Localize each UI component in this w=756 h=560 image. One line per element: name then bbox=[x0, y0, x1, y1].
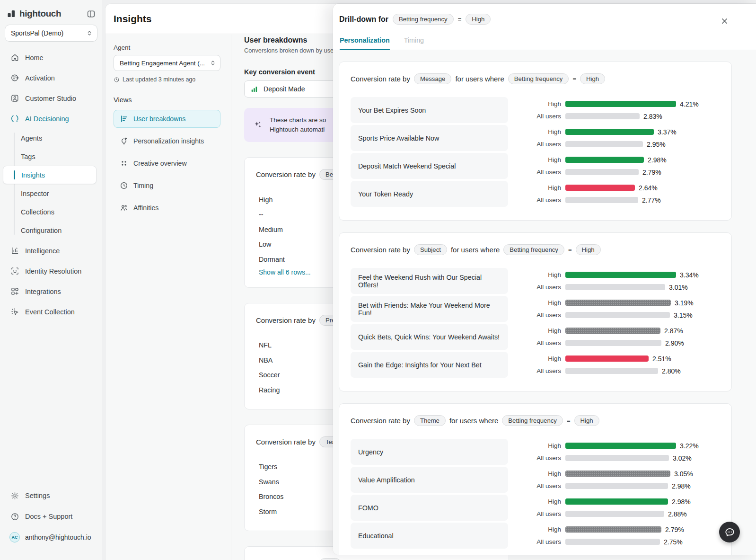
view-item-user-breakdowns[interactable]: User breakdowns bbox=[114, 110, 220, 128]
banner-text: These charts are so Hightouch automati bbox=[270, 116, 326, 134]
sidebar-item-label: AI Decisioning bbox=[25, 115, 69, 123]
sidebar-item-label: Docs + Support bbox=[25, 513, 72, 520]
sparkles-icon bbox=[253, 120, 263, 130]
drilldown-body: Conversion rate byMessagefor users where… bbox=[333, 50, 756, 555]
bar-line: All users2.75% bbox=[518, 538, 684, 546]
series-label: High bbox=[518, 470, 561, 477]
bar bbox=[565, 101, 676, 107]
row-label: FOMO bbox=[351, 495, 508, 521]
sidebar-item-agents[interactable]: Agents bbox=[0, 129, 102, 147]
card-header: Conversion rate bySubjectfor users where… bbox=[351, 244, 720, 255]
sidebar-item-intelligence[interactable]: Intelligence bbox=[0, 240, 102, 261]
series-label: All users bbox=[518, 454, 561, 462]
sidebar-item-customer-studio[interactable]: Customer Studio bbox=[0, 88, 102, 108]
table-row: Sports Price Available NowHigh3.37%All u… bbox=[351, 125, 720, 151]
bar bbox=[565, 328, 660, 334]
series-label: All users bbox=[518, 367, 561, 374]
sidebar-item-integrations[interactable]: Integrations bbox=[0, 281, 102, 302]
sidebar-item-configuration[interactable]: Configuration bbox=[0, 221, 102, 240]
row-label: Deposit Match Weekend Special bbox=[351, 153, 508, 179]
sidebar-item-tags[interactable]: Tags bbox=[0, 147, 102, 166]
sidebar-item-label: Event Collection bbox=[25, 308, 75, 316]
agent-select[interactable]: Betting Engagement Agent (... bbox=[114, 55, 220, 71]
view-item-personalization-insights[interactable]: Personalization insights bbox=[114, 132, 220, 150]
bar-line: All users2.79% bbox=[518, 169, 667, 176]
sidebar-item-home[interactable]: Home bbox=[0, 47, 102, 68]
series-label: High bbox=[518, 100, 561, 107]
sidebar-item-label: Integrations bbox=[25, 288, 61, 295]
row-label: Urgency bbox=[351, 439, 508, 465]
row-bars: High2.98%All users2.79% bbox=[518, 156, 667, 176]
sidebar-footer: SettingsDocs + Support AC anthony@highto… bbox=[0, 485, 102, 548]
bar bbox=[565, 483, 668, 489]
bar-value: 2.77% bbox=[642, 196, 661, 204]
series-label: High bbox=[518, 299, 561, 306]
row-label: Your Bet Expires Soon bbox=[351, 97, 508, 123]
banner-line-2: Hightouch automati bbox=[270, 125, 326, 134]
row-label: Feel the Weekend Rush with Our Special O… bbox=[351, 268, 508, 294]
table-row: EducationalHigh2.79%All users2.75% bbox=[351, 523, 720, 549]
bar bbox=[565, 471, 670, 477]
close-icon[interactable] bbox=[721, 17, 729, 25]
sidebar-item-inspector[interactable]: Inspector bbox=[0, 184, 102, 203]
sidebar-item-activation[interactable]: Activation bbox=[0, 68, 102, 88]
customer-studio-icon bbox=[10, 94, 19, 103]
row-label: Bet with Friends: Make Your Weekend More… bbox=[351, 296, 508, 322]
views-list: User breakdownsPersonalization insightsC… bbox=[114, 110, 223, 217]
sidebar-item-event-collection[interactable]: Event Collection bbox=[0, 302, 102, 322]
bar-line: All users2.80% bbox=[518, 367, 681, 375]
row-label: Quick Bets, Quick Wins: Your Weekend Awa… bbox=[351, 324, 508, 350]
view-item-creative-overview[interactable]: Creative overview bbox=[114, 154, 220, 172]
key-event-value: Deposit Made bbox=[264, 85, 305, 93]
help-icon bbox=[10, 512, 19, 521]
bar-value: 2.88% bbox=[668, 510, 687, 518]
bar-line: High2.64% bbox=[518, 184, 661, 192]
ai-decisioning-subnav: AgentsTagsInsightsInspectorCollectionsCo… bbox=[0, 129, 102, 240]
sidebar-collapse-icon[interactable] bbox=[87, 9, 96, 18]
last-updated: Last updated 3 minutes ago bbox=[114, 76, 223, 83]
sidebar-item-label: Agents bbox=[21, 134, 42, 142]
card-header-text: for users where bbox=[449, 417, 498, 425]
bar-value: 3.01% bbox=[669, 284, 688, 291]
row-bars: High3.22%All users3.02% bbox=[518, 442, 699, 462]
sidebar-item-docs-support[interactable]: Docs + Support bbox=[0, 506, 102, 527]
chat-support-button[interactable] bbox=[719, 522, 740, 542]
card-header-text: Conversion rate by bbox=[351, 246, 410, 254]
bar-value: 2.95% bbox=[647, 141, 666, 148]
sidebar-item-ai-decisioning[interactable]: AI Decisioning bbox=[0, 108, 102, 129]
banner-line-1: These charts are so bbox=[270, 116, 326, 125]
row-bars: High2.51%All users2.80% bbox=[518, 355, 681, 375]
sidebar-item-collections[interactable]: Collections bbox=[0, 203, 102, 221]
bar-value: 2.90% bbox=[665, 339, 684, 347]
user-email: anthony@hightouch.io bbox=[25, 533, 91, 541]
series-label: High bbox=[518, 156, 561, 163]
page-title: Insights bbox=[114, 13, 152, 25]
dimension-pill: Subject bbox=[414, 244, 447, 255]
bar bbox=[565, 113, 640, 119]
card-header: Conversion rate byBet bbox=[256, 558, 497, 560]
table-row: Gain the Edge: Insights for Your Next Be… bbox=[351, 352, 720, 378]
sidebar-item-label: Collections bbox=[21, 208, 54, 216]
tab-timing[interactable]: Timing bbox=[404, 36, 424, 50]
sidebar: hightouch SportsPal (Demo) HomeActivatio… bbox=[0, 0, 102, 560]
table-row: Feel the Weekend Rush with Our Special O… bbox=[351, 268, 720, 294]
sidebar-item-label: Settings bbox=[25, 492, 50, 499]
sidebar-item-insights[interactable]: Insights bbox=[3, 166, 97, 184]
workspace-name: SportsPal (Demo) bbox=[11, 29, 86, 37]
tab-personalization[interactable]: Personalization bbox=[340, 36, 390, 50]
bar-line: High3.37% bbox=[518, 128, 677, 136]
view-item-affinities[interactable]: Affinities bbox=[114, 199, 220, 217]
workspace-selector[interactable]: SportsPal (Demo) bbox=[5, 25, 97, 42]
table-row: Deposit Match Weekend SpecialHigh2.98%Al… bbox=[351, 153, 720, 179]
sidebar-item-identity-resolution[interactable]: Identity Resolution bbox=[0, 261, 102, 281]
account-menu[interactable]: AC anthony@hightouch.io bbox=[0, 527, 102, 548]
table-row: Bet with Friends: Make Your Weekend More… bbox=[351, 296, 720, 322]
sidebar-item-settings[interactable]: Settings bbox=[0, 485, 102, 506]
equals-sign: = bbox=[458, 16, 462, 23]
event-collection-icon bbox=[10, 307, 19, 316]
conversion-card-theme: Conversion rate byThemefor users whereBe… bbox=[339, 403, 732, 555]
series-label: All users bbox=[518, 196, 561, 204]
table-row: Your Token ReadyHigh2.64%All users2.77% bbox=[351, 181, 720, 207]
bar bbox=[565, 356, 649, 362]
view-item-timing[interactable]: Timing bbox=[114, 177, 220, 195]
